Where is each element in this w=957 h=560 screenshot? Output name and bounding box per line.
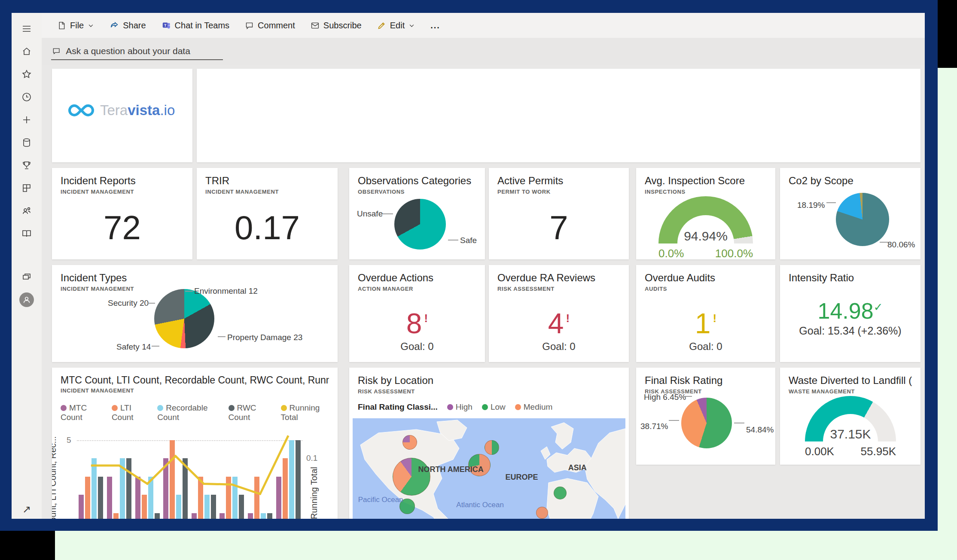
tile-title: Overdue RA Reviews — [497, 272, 620, 284]
apps-icon[interactable] — [17, 178, 37, 198]
share-button-label: Share — [123, 21, 146, 30]
comment-button-label: Comment — [258, 21, 295, 30]
favorites-star-icon[interactable] — [17, 64, 37, 84]
waste-gauge-value: 37.15K — [805, 427, 896, 441]
pie-label-blue: 18.19% — [797, 201, 825, 210]
tile-subtitle: ACTION MANAGER — [358, 286, 476, 292]
pie-label-unsafe: Unsafe — [357, 209, 383, 219]
overdue-ra-goal: Goal: 0 — [489, 341, 629, 353]
incident-types-pie-chart — [154, 289, 214, 348]
tile-active-permits[interactable]: Active Permits PERMIT TO WORK 7 — [489, 168, 629, 259]
pie-label-environmental: Environmental 12 — [194, 286, 258, 296]
intensity-ratio-goal: Goal: 15.34 (+2.36%) — [780, 325, 920, 337]
tile-mtc-combo-chart[interactable]: MTC Count, LTI Count, Recordable Count, … — [52, 368, 338, 519]
tile-subtitle: INCIDENT MANAGEMENT — [61, 189, 184, 195]
legend-item-medium: Medium — [515, 402, 553, 412]
legend-item-high: High — [447, 402, 472, 412]
tile-risk-by-location[interactable]: Risk by Location RISK ASSESSMENT Final R… — [349, 368, 629, 519]
overdue-actions-goal: Goal: 0 — [349, 341, 485, 353]
tile-trir[interactable]: TRIR INCIDENT MANAGEMENT 0.17 — [197, 168, 338, 259]
tile-co2-by-scope[interactable]: Co2 by Scope 18.19% 80.06% — [780, 168, 920, 259]
pie-label-safety: Safety 14 — [116, 342, 151, 352]
overdue-ra-value: 4 — [548, 307, 564, 339]
comment-button[interactable]: Comment — [239, 17, 301, 34]
logo-text-light: Tera — [100, 102, 128, 118]
logo-text-suffix: .io — [160, 102, 175, 118]
map-legend-title: Final Rating Classi... — [358, 402, 438, 412]
hamburger-menu-icon[interactable] — [17, 19, 37, 39]
tile-subtitle: INCIDENT MANAGEMENT — [205, 189, 329, 195]
inspection-gauge-value: 94.94% — [658, 229, 753, 243]
running-total-line — [77, 432, 302, 519]
tile-subtitle: AUDITS — [645, 286, 767, 292]
inspection-gauge-min: 0.0% — [658, 247, 684, 259]
tile-waste-diverted[interactable]: Waste Diverted to Landfill (T... WASTE M… — [780, 368, 920, 465]
tile-title: Avg. Inspection Score — [645, 175, 767, 187]
tile-subtitle: RISK ASSESSMENT — [358, 388, 629, 395]
mtc-y2-axis-label: Running Total — [309, 467, 319, 519]
workspaces-icon[interactable] — [17, 267, 37, 287]
legend-item-low: Low — [482, 402, 506, 412]
alert-icon: ! — [713, 312, 717, 325]
tile-title: Overdue Actions — [358, 272, 476, 284]
overdue-actions-value: 8 — [406, 307, 422, 339]
collapse-arrow-icon[interactable]: ↗ — [12, 503, 42, 515]
inspection-gauge: 94.94% 0.0% 100.0% — [658, 196, 753, 259]
final-risk-pie-chart — [681, 398, 732, 448]
tile-subtitle: RISK ASSESSMENT — [497, 286, 620, 292]
check-icon: ✓ — [874, 301, 883, 313]
infinity-logo-icon — [67, 102, 95, 119]
screenshot-page: ↗ File Share T Chat in Teams — [0, 0, 957, 560]
profile-avatar[interactable] — [17, 290, 37, 310]
datasets-icon[interactable] — [17, 133, 37, 152]
home-icon[interactable] — [17, 42, 37, 61]
pie-label-safe: Safe — [460, 236, 477, 245]
tile-overdue-ra-reviews[interactable]: Overdue RA Reviews RISK ASSESSMENT 4! Go… — [489, 265, 629, 362]
tile-logo[interactable]: Teravista.io — [52, 69, 192, 162]
recent-clock-icon[interactable] — [17, 87, 37, 107]
edit-button[interactable]: Edit — [371, 17, 421, 34]
legend-item-recordable: Recordable Count — [157, 403, 219, 422]
waste-gauge: 37.15K 0.00K 55.95K — [805, 396, 896, 458]
dashboard-canvas: Teravista.io Incident Reports INCIDENT M… — [42, 65, 925, 519]
tile-incident-reports[interactable]: Incident Reports INCIDENT MANAGEMENT 72 — [52, 168, 192, 259]
map-label-europe: EUROPE — [506, 473, 538, 482]
mtc-chart-legend: MTC Count LTI Count Recordable Count RWC… — [61, 403, 329, 422]
create-plus-icon[interactable] — [17, 110, 37, 130]
legend-item-lti: LTI Count — [112, 403, 148, 422]
legend-item-rwc: RWC Count — [229, 403, 271, 422]
share-button[interactable]: Share — [104, 17, 152, 34]
chat-in-teams-button[interactable]: T Chat in Teams — [155, 17, 235, 34]
tile-intensity-ratio[interactable]: Intensity Ratio 14.98✓ Goal: 15.34 (+2.3… — [780, 265, 920, 362]
world-map[interactable]: NORTH AMERICA EUROPE ASIA AFRICA Pacific… — [353, 418, 625, 519]
tile-overdue-audits[interactable]: Overdue Audits AUDITS 1! Goal: 0 — [636, 265, 775, 362]
tile-avg-inspection-score[interactable]: Avg. Inspection Score INSPECTIONS 94.94%… — [636, 168, 775, 259]
tile-final-risk-rating[interactable]: Final Risk Rating RISK ASSESSMENT High 6… — [636, 368, 775, 465]
tile-title: MTC Count, LTI Count, Recordable Count, … — [61, 374, 329, 386]
goals-trophy-icon[interactable] — [17, 155, 37, 175]
svg-text:T: T — [164, 23, 167, 27]
tile-observations-categories[interactable]: Observations Categories OBSERVATIONS Uns… — [349, 168, 485, 259]
learn-book-icon[interactable] — [17, 224, 37, 243]
pie-label-property-damage: Property Damage 23 — [227, 333, 302, 342]
inspection-gauge-max: 100.0% — [715, 247, 753, 259]
tile-title: Incident Reports — [61, 175, 184, 187]
qa-input[interactable] — [65, 46, 222, 57]
tile-empty[interactable] — [197, 69, 920, 162]
shared-with-me-icon[interactable] — [17, 201, 37, 221]
tile-subtitle: WASTE MANAGEMENT — [789, 388, 912, 395]
qa-input-box[interactable] — [51, 43, 223, 60]
subscribe-button[interactable]: Subscribe — [305, 17, 368, 34]
tile-overdue-actions[interactable]: Overdue Actions ACTION MANAGER 8! Goal: … — [349, 265, 485, 362]
map-legend: Final Rating Classi... High Low Medium — [358, 402, 629, 412]
file-menu[interactable]: File — [51, 17, 100, 34]
legend-item-mtc: MTC Count — [61, 403, 102, 422]
logo-text-bold: vista — [128, 102, 160, 118]
tile-incident-types[interactable]: Incident Types INCIDENT MANAGEMENT Envir… — [52, 265, 338, 362]
background-black-patch-bottom-left — [0, 531, 55, 560]
active-permits-value: 7 — [489, 208, 629, 247]
more-options-label: ... — [430, 21, 440, 30]
file-menu-label: File — [70, 21, 84, 30]
pie-label-high: High 6.45% — [644, 393, 686, 402]
more-options-button[interactable]: ... — [424, 17, 446, 34]
